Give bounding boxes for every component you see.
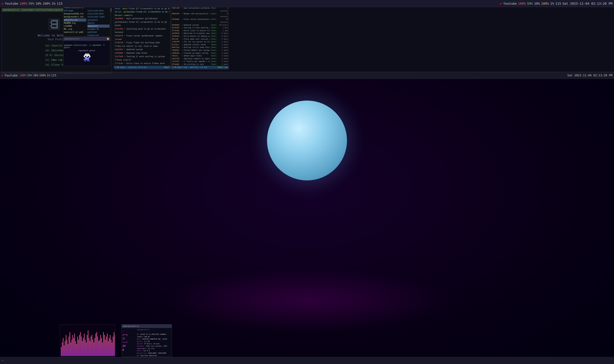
bottom-moon — [267, 101, 347, 180]
fm-dir[interactable]: xresources — [87, 34, 110, 37]
viz-bar — [115, 335, 115, 356]
viz-bar — [70, 342, 71, 356]
fm-item[interactable]: uwunicorn-yt.yaml — [64, 31, 86, 34]
commit-line: 4b605f0 • Fixes recent qutebrowser updat… — [115, 34, 169, 41]
bottom-glow — [163, 268, 451, 332]
emacs-window-left: emmet@snowfire: ~ Head: main Fixed all s… — [114, 2, 171, 69]
youtube-icon-right: ▶ — [500, 2, 502, 5]
fm-dir[interactable]: ubuntu — [87, 22, 110, 25]
commit-log-item: c769f48•Fix for nix parser on install.or… — [172, 40, 228, 43]
taskbar-right: ▶ Youtube 100% 59% 10% 100% 1% 115 Sat 2… — [499, 2, 614, 5]
fm-item-selected[interactable]: polarity.txt — [64, 19, 86, 22]
viz-bar — [113, 337, 113, 356]
extra-right: 115 — [555, 2, 561, 5]
viz-bar — [102, 342, 103, 356]
fm-item[interactable]: background256.txt — [64, 12, 86, 15]
fm-dir[interactable]: solarized-dark — [87, 9, 110, 12]
fm-dir[interactable]: solarized-light — [87, 15, 110, 18]
mem-bottom: 59% — [27, 74, 32, 77]
yt-title-bottom: Youtube — [4, 73, 18, 77]
viz-bar — [75, 341, 76, 356]
viz-bar — [97, 332, 97, 356]
neofetch-host: Host: ASUSTEK COMPUTER INC. G513U — [137, 338, 171, 340]
commit-log-item: 489d104•Ranger dnd optimization + qb fil… — [172, 12, 228, 18]
date-bottom: Sat 2023-11-04 02:13:20 PM — [567, 74, 612, 77]
pokemon-window: emmet@snowfire: ~ 🎨 pokemon-colorscripts… — [63, 37, 110, 66]
bat-right: 100% — [541, 2, 549, 5]
status-indicator-r: 1.1k — [172, 66, 177, 68]
status-mode-r: Magit Log — [218, 66, 227, 68]
viz-bar — [114, 332, 114, 356]
browser-title: emmet@snowfire: /home/emmet/.dotfiles/th… — [3, 9, 69, 11]
status-mode: Magit — [164, 66, 169, 68]
viz-bar — [101, 338, 102, 356]
commit-log-item: 4169b66•Fixes recent qutebrowser update … — [172, 18, 228, 24]
viz-bar — [62, 342, 63, 356]
filemanager-content: themes/uwunicorn-yt ald-hope background2… — [63, 6, 110, 37]
viz-bar — [104, 335, 105, 356]
fm-item[interactable]: RE-.org — [64, 28, 86, 31]
viz-bar — [66, 335, 66, 356]
fm-dir-selected[interactable]: uwunicorn — [87, 25, 110, 28]
viz-bar — [73, 338, 74, 356]
commit-line: b700c88 • Fixes flake not building when … — [115, 41, 169, 48]
bottom-statusbar: ─ — [0, 357, 614, 364]
pokemon-titlebar: emmet@snowfire: ~ 🎨 — [63, 37, 110, 41]
viz-bar — [112, 342, 112, 356]
cpu-left: 100% — [19, 2, 27, 5]
status-pos-r: 1:0 Top — [200, 66, 207, 68]
viz-bar — [68, 344, 68, 356]
neofetch-info: emmet@snowfire -------------- OS: NixOS … — [137, 329, 171, 356]
neofetch-de: DE: Hyprland (Wayland) — [137, 354, 171, 356]
fm-item[interactable]: README.org — [64, 22, 86, 25]
fm-dir[interactable]: windows-95 — [87, 28, 110, 31]
neofetch-packages: Packages: 1301 (nix-system), 2782 (nix-u… — [137, 345, 171, 350]
visualizer-window — [60, 324, 115, 357]
fm-dir[interactable]: woodland — [87, 31, 110, 34]
neofetch-shell: Shell: zsh 5.9 — [137, 350, 171, 352]
fm-file-list: ald-hope background256.txt backgroundurl… — [64, 9, 110, 37]
pokemon-content: pokemon-colorscripts -n rapidash -f gala… — [63, 41, 110, 66]
commit-log-item: 49c130•Fixes qemu user session uefiEmmet… — [172, 38, 228, 40]
viz-bar — [69, 337, 69, 356]
cpu-bottom: 100% — [19, 74, 26, 77]
emacs-statusbar-left: 1.8k magit: .dotfiles 32:0 All Magit — [114, 66, 170, 69]
filemanager-window: emmet@snowfire: /home/emmet/.dotfiles/th… — [63, 2, 110, 37]
pokemon-sprite: ██████ ████████ ██ ██ ██ ████ ██ ██████ … — [82, 52, 92, 63]
bat-left: 100% — [43, 2, 50, 5]
visualizer-bars — [60, 325, 115, 357]
palette-icon: 🎨 — [107, 38, 109, 40]
fm-item[interactable]: LICENSE — [64, 25, 86, 28]
status-buffer: magit: .dotfiles — [120, 66, 137, 68]
commit-log-list: f9a7c38•main gitea/main github/main Fixe… — [172, 7, 228, 66]
viz-bar — [95, 338, 95, 356]
fm-item[interactable]: ald-hope — [64, 9, 86, 12]
neofetch-os: OS: NixOS 23.11.20231192.fa808a4 (Tapir)… — [137, 333, 171, 338]
viz-bar — [64, 345, 64, 356]
head-branch: main — [123, 7, 129, 10]
extra-left: 115 — [57, 2, 63, 5]
mem-left: 59% — [29, 2, 34, 5]
fm-item[interactable]: backgroundurl.txt — [64, 15, 86, 18]
browser-statusbar: file:///home/emmet/.browser/Tech/config/… — [2, 72, 112, 73]
fm-dir[interactable]: solarized-dark — [87, 12, 110, 15]
viz-bar — [110, 335, 111, 356]
bottom-status-text: ─ — [2, 359, 3, 362]
commit-log-item: f460952•Pinned embark and reorganized pa… — [172, 49, 228, 52]
title-right: Youtube — [503, 2, 517, 5]
commit-log-item: 8c316cc•Updated install notesEmmet1 week — [172, 43, 228, 46]
emacs-statusbar-right: 1.1k magit-log: .dotfiles 1:0 Top Magit … — [171, 66, 228, 69]
pokemon-title: emmet@snowfire: ~ — [64, 38, 82, 40]
neofetch-resolution: Resolution: 1920x1080, 1920x1080 — [137, 352, 171, 354]
fm-dir[interactable]: spaceduck — [87, 19, 110, 22]
commit-line: ef0c50d • Switching back to gh as screen… — [115, 27, 169, 34]
mem-right: 59% — [527, 2, 533, 5]
disk-bottom: 10% — [33, 74, 38, 77]
viz-bar — [67, 339, 67, 356]
viz-bar — [78, 339, 79, 356]
net-bottom: 1% — [47, 74, 50, 77]
net-right: 1% — [550, 2, 554, 5]
neofetch-logo: ╔══╗ ╠╣ ╚══╝ JY K — [122, 329, 136, 356]
viz-bar — [80, 332, 81, 356]
head-msg: Fixed all screenshots to be on gh backen… — [129, 8, 169, 10]
